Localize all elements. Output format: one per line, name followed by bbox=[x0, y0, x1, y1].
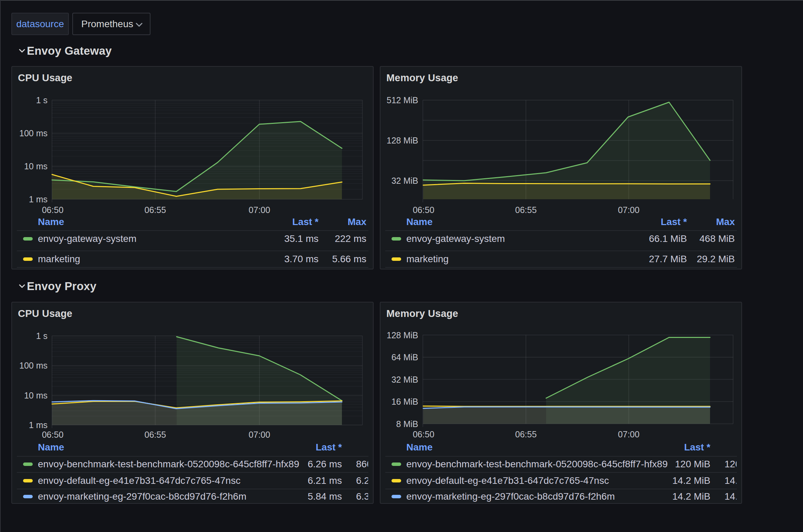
svg-text:1 ms: 1 ms bbox=[29, 420, 48, 430]
svg-text:07:00: 07:00 bbox=[618, 205, 640, 215]
svg-text:8 MiB: 8 MiB bbox=[396, 419, 418, 429]
svg-text:32 MiB: 32 MiB bbox=[392, 375, 418, 384]
svg-text:64 MiB: 64 MiB bbox=[392, 352, 418, 362]
svg-text:128 MiB: 128 MiB bbox=[387, 136, 418, 145]
svg-text:07:00: 07:00 bbox=[249, 430, 270, 439]
svg-text:16 MiB: 16 MiB bbox=[392, 397, 418, 406]
svg-text:10 ms: 10 ms bbox=[24, 391, 48, 400]
svg-text:1 s: 1 s bbox=[36, 331, 48, 341]
svg-text:100 ms: 100 ms bbox=[19, 128, 48, 138]
svg-text:06:50: 06:50 bbox=[42, 430, 64, 439]
svg-text:06:50: 06:50 bbox=[413, 205, 435, 215]
svg-text:10 ms: 10 ms bbox=[24, 161, 48, 171]
svg-text:07:00: 07:00 bbox=[618, 429, 640, 439]
svg-text:07:00: 07:00 bbox=[249, 205, 270, 215]
svg-text:128 MiB: 128 MiB bbox=[387, 330, 418, 340]
svg-text:32 MiB: 32 MiB bbox=[392, 176, 418, 185]
svg-text:1 s: 1 s bbox=[36, 95, 48, 105]
svg-text:512 MiB: 512 MiB bbox=[387, 95, 418, 105]
svg-text:06:55: 06:55 bbox=[145, 430, 166, 439]
svg-text:06:55: 06:55 bbox=[515, 429, 537, 439]
svg-text:100 ms: 100 ms bbox=[19, 361, 48, 370]
svg-text:06:50: 06:50 bbox=[42, 205, 64, 215]
svg-text:06:55: 06:55 bbox=[515, 205, 537, 215]
svg-text:06:55: 06:55 bbox=[145, 205, 166, 215]
svg-text:06:50: 06:50 bbox=[413, 429, 435, 439]
svg-text:1 ms: 1 ms bbox=[29, 194, 48, 204]
